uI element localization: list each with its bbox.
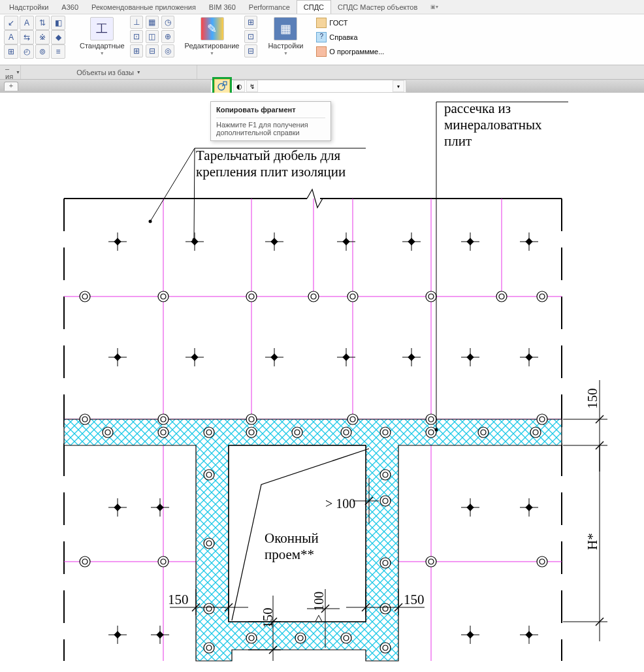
std-icon-d[interactable]: ▦ [146, 16, 159, 29]
tab-overflow-chevron[interactable]: ▣▾ [427, 4, 442, 10]
note-dowel-line2: крепления плит изоляции [196, 164, 346, 180]
tab-recommended-apps[interactable]: Рекомендованные приложения [85, 0, 202, 14]
tool-icon-2[interactable]: A [20, 16, 34, 30]
tool-icon-9[interactable]: ⊞ [4, 44, 18, 59]
tool-icon-12[interactable]: ≡ [51, 44, 65, 59]
std-icon-c[interactable]: ⊞ [130, 44, 143, 57]
add-tab-button[interactable]: + [4, 82, 18, 91]
panel-label-db-objects[interactable]: Объекты из базы▼ [21, 65, 197, 79]
tool-icon-7[interactable]: ※ [35, 30, 50, 44]
svg-point-28 [435, 428, 438, 432]
tab-bim360[interactable]: BIM 360 [202, 0, 242, 14]
sub-toolbar-icon-2[interactable]: ◐ [233, 80, 245, 92]
svg-line-2 [222, 85, 223, 86]
std-icon-g[interactable]: ◷ [161, 16, 174, 29]
dim-150-a: 150 [168, 592, 189, 608]
settings-big-button[interactable]: ▦ Настройки ▼ [265, 16, 306, 57]
tooltip-help-text: Нажмите F1 для получения дополнительной … [216, 118, 325, 136]
tool-icon-11[interactable]: ⊚ [35, 44, 50, 59]
help-about[interactable]: О программме... [314, 44, 387, 59]
note-mineral-line3: плит [444, 133, 472, 149]
std-icon-a[interactable]: ⊥ [130, 16, 143, 29]
tooltip-title: Копировать фрагмент [216, 106, 325, 114]
ribbon-panel-label-bar: –ия▼ Объекты из базы▼ [0, 65, 644, 80]
std-icon-i[interactable]: ◎ [161, 44, 174, 57]
dim-150-c: 150 [585, 389, 601, 409]
tab-a360[interactable]: A360 [55, 0, 85, 14]
help-icon: ? [316, 32, 327, 42]
tooltip-copy-fragment: Копировать фрагмент Нажмите F1 для получ… [210, 101, 331, 141]
settings-table-icon: ▦ [274, 17, 297, 40]
ribbon-group-editing: ✎ Редактирование ▼ ⊞ ⊡ ⊟ [178, 14, 262, 65]
edit-icon-a[interactable]: ⊞ [244, 16, 257, 29]
tool-icon-4[interactable]: ◧ [51, 16, 65, 30]
sub-toolbar-expand[interactable]: ▾ [393, 80, 404, 92]
window-opening-l1: Оконный [265, 530, 319, 546]
sub-toolbar-icon-3[interactable]: ↯ [246, 80, 258, 92]
dim-gt100-b: > 100 [312, 592, 327, 622]
svg-line-22 [150, 148, 195, 221]
tool-icon-5[interactable]: A [4, 30, 18, 44]
tab-spds[interactable]: СПДС [297, 0, 331, 14]
help-spravka[interactable]: ? Справка [314, 30, 387, 44]
ribbon-group-tools: ↙ A ⇅ ◧ A ⇆ ※ ◆ ⊞ ◴ ⊚ ≡ [0, 14, 73, 65]
dim-hstar: H* [585, 533, 601, 550]
std-icon-e[interactable]: ◫ [146, 30, 159, 43]
edit-color-icon: ✎ [201, 17, 224, 40]
info-icon [316, 46, 327, 57]
tab-addins[interactable]: Надстройки [3, 0, 55, 14]
tool-icon-3[interactable]: ⇅ [35, 16, 50, 30]
note-dowel-line1: Тарельчатый дюбель для [196, 148, 340, 163]
window-opening-l2: проем** [265, 547, 314, 562]
tool-icon-6[interactable]: ⇆ [20, 30, 34, 44]
tool-icon-8[interactable]: ◆ [51, 30, 65, 44]
ribbon-group-standard: 工 Стандартные ▼ ⊥ ⊡ ⊞ ▦ ◫ ⊟ ◷ ⊕ ◎ [73, 14, 178, 65]
panel-label-trunc[interactable]: –ия▼ [0, 65, 21, 79]
tab-spds-master[interactable]: СПДС Мастер объектов [331, 0, 424, 14]
std-icon-f[interactable]: ⊟ [146, 44, 159, 57]
note-mineral-line1: рассечка из [444, 101, 511, 116]
tab-performance[interactable]: Performance [242, 0, 297, 14]
std-icon-h[interactable]: ⊕ [161, 30, 174, 43]
ribbon-main: ↙ A ⇅ ◧ A ⇆ ※ ◆ ⊞ ◴ ⊚ ≡ 工 Стандартные ▼ … [0, 14, 644, 65]
drawing-canvas[interactable]: Тарельчатый дюбель для крепления плит из… [0, 93, 644, 672]
tool-icon-1[interactable]: ↙ [4, 16, 18, 30]
edit-icon-c[interactable]: ⊟ [244, 44, 257, 57]
tool-icon-10[interactable]: ◴ [20, 44, 34, 59]
ribbon-group-help: ГОСТ ? Справка О программме... [310, 14, 391, 65]
std-icon-b[interactable]: ⊡ [130, 30, 143, 43]
sub-toolbar: ◐ ↯ ▾ [210, 80, 406, 93]
book-icon [316, 18, 327, 28]
editing-big-button[interactable]: ✎ Редактирование ▼ [182, 16, 242, 57]
note-mineral-line2: минераловатных [444, 117, 542, 133]
standard-big-button[interactable]: 工 Стандартные ▼ [77, 16, 127, 57]
ribbon-group-settings: ▦ Настройки ▼ [261, 14, 310, 65]
svg-point-23 [149, 220, 152, 223]
dim-150-v: 150 [260, 608, 276, 629]
help-gost[interactable]: ГОСТ [314, 16, 387, 30]
copy-fragment-button[interactable] [214, 79, 230, 93]
svg-point-25 [193, 238, 196, 242]
svg-line-24 [194, 148, 195, 240]
ribbon-tabs-bar: Надстройки A360 Рекомендованные приложен… [0, 0, 644, 14]
edit-icon-b[interactable]: ⊡ [244, 30, 257, 43]
dim-gt100-a: > 100 [325, 496, 355, 511]
dim-150-b: 150 [404, 592, 425, 608]
ibeam-icon: 工 [90, 17, 114, 40]
